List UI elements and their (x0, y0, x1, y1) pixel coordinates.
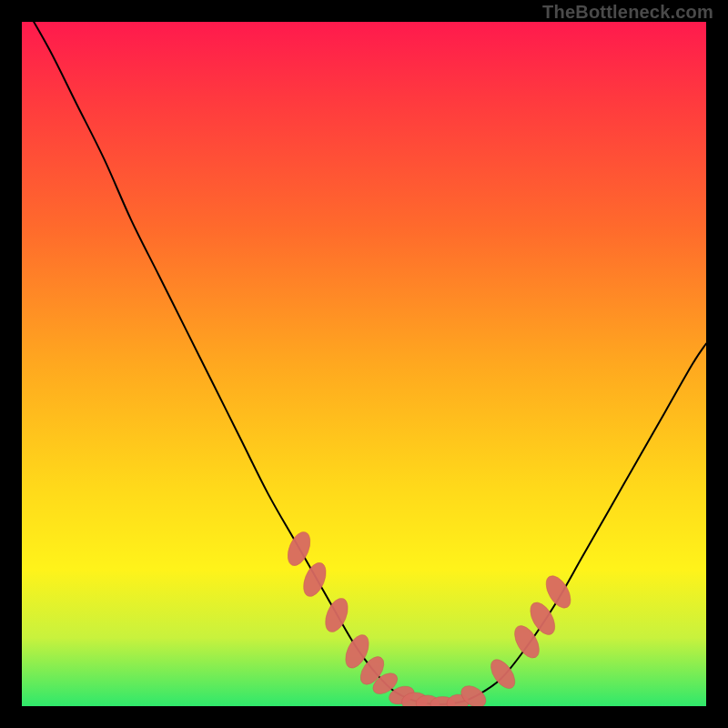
curve-marker (283, 529, 314, 569)
curve-layer (22, 22, 706, 706)
curve-marker (321, 595, 352, 635)
bottleneck-curve (22, 22, 706, 704)
stage: TheBottleneck.com (0, 0, 728, 728)
watermark-text: TheBottleneck.com (542, 2, 713, 23)
plot-area (22, 22, 706, 706)
